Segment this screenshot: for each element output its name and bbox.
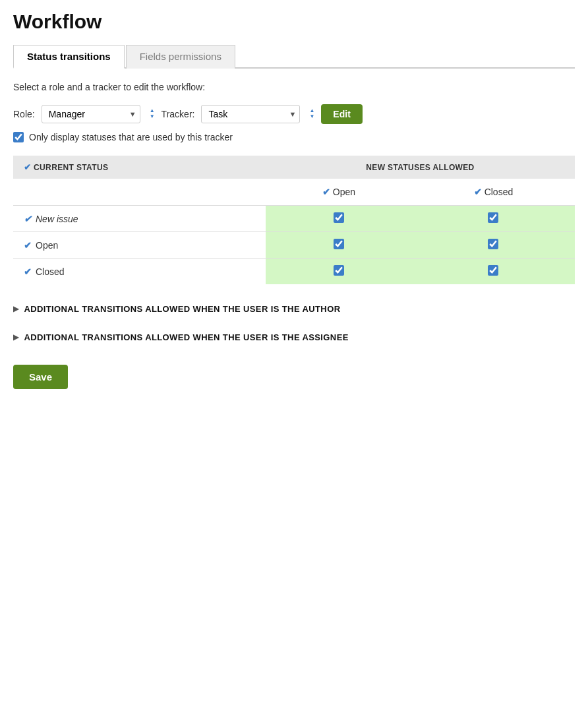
new-issue-status-icon: ✔	[24, 214, 32, 224]
current-status-empty-cell	[13, 179, 266, 206]
new-issue-closed-cell	[412, 206, 575, 232]
tracker-filter-row: Only display statuses that are used by t…	[13, 132, 575, 142]
closed-open-checkbox[interactable]	[334, 265, 344, 276]
role-select[interactable]: Manager Developer Reporter	[42, 105, 140, 123]
new-issue-open-cell	[266, 206, 412, 232]
new-issue-closed-checkbox[interactable]	[488, 212, 498, 223]
tracker-label: Tracker:	[162, 109, 195, 119]
col-header-open: ✔ Open	[266, 179, 412, 206]
table-row: ✔ Closed	[13, 259, 575, 285]
controls-row: Role: Manager Developer Reporter ▼ ▲ ▼ T…	[13, 104, 575, 124]
role-spinner[interactable]: ▲ ▼	[150, 108, 155, 120]
col-open-label: Open	[333, 187, 355, 197]
author-transitions-header[interactable]: ▶ ADDITIONAL TRANSITIONS ALLOWED WHEN TH…	[13, 297, 575, 321]
tracker-filter-checkbox[interactable]	[13, 132, 24, 142]
new-issue-open-checkbox[interactable]	[334, 212, 344, 223]
open-open-cell	[266, 232, 412, 259]
assignee-transitions-header[interactable]: ▶ ADDITIONAL TRANSITIONS ALLOWED WHEN TH…	[13, 326, 575, 349]
tab-fields-permissions[interactable]: Fields permissions	[126, 45, 235, 69]
open-open-checkbox[interactable]	[334, 239, 344, 249]
tabs-container: Status transitions Fields permissions	[13, 44, 575, 69]
assignee-transitions-label: ADDITIONAL TRANSITIONS ALLOWED WHEN THE …	[24, 332, 348, 342]
status-cell-new-issue: ✔ New issue	[13, 206, 266, 232]
description-text: Select a role and a tracker to edit the …	[13, 82, 575, 92]
role-label: Role:	[13, 109, 35, 119]
page-title: Workflow	[13, 11, 575, 33]
open-closed-cell	[412, 232, 575, 259]
table-header-row: ✔ CURRENT STATUS NEW STATUSES ALLOWED	[13, 156, 575, 179]
assignee-transitions-arrow-icon: ▶	[13, 333, 18, 342]
tracker-select-wrapper: Task Bug Feature ▼	[201, 105, 300, 123]
author-transitions-label: ADDITIONAL TRANSITIONS ALLOWED WHEN THE …	[24, 304, 340, 314]
check-icon-header: ✔	[24, 162, 31, 172]
new-statuses-header: NEW STATUSES ALLOWED	[266, 156, 575, 179]
open-closed-checkbox[interactable]	[488, 239, 498, 249]
table-row: ✔ New issue	[13, 206, 575, 232]
author-transitions-section: ▶ ADDITIONAL TRANSITIONS ALLOWED WHEN TH…	[13, 297, 575, 321]
assignee-transitions-section: ▶ ADDITIONAL TRANSITIONS ALLOWED WHEN TH…	[13, 326, 575, 349]
col-header-closed: ✔ Closed	[412, 179, 575, 206]
closed-status-icon: ✔	[24, 266, 32, 277]
column-header-row: ✔ Open ✔ Closed	[13, 179, 575, 206]
status-cell-open: ✔ Open	[13, 232, 266, 259]
open-status-icon: ✔	[24, 240, 32, 251]
tab-status-transitions[interactable]: Status transitions	[13, 45, 125, 69]
edit-button[interactable]: Edit	[321, 104, 362, 124]
author-transitions-arrow-icon: ▶	[13, 305, 18, 313]
col-closed-label: Closed	[485, 187, 514, 197]
save-button[interactable]: Save	[13, 365, 68, 389]
closed-closed-checkbox[interactable]	[488, 265, 498, 276]
closed-label: Closed	[36, 266, 65, 277]
workflow-table: ✔ CURRENT STATUS NEW STATUSES ALLOWED ✔ …	[13, 156, 575, 284]
status-cell-closed: ✔ Closed	[13, 259, 266, 285]
role-select-wrapper: Manager Developer Reporter ▼	[42, 105, 140, 123]
closed-open-cell	[266, 259, 412, 285]
open-label: Open	[36, 240, 58, 251]
tracker-select[interactable]: Task Bug Feature	[201, 105, 300, 123]
tracker-filter-label: Only display statuses that are used by t…	[29, 132, 233, 142]
new-issue-label: New issue	[36, 214, 78, 224]
tracker-spinner[interactable]: ▲ ▼	[309, 108, 314, 120]
open-check-icon: ✔	[322, 187, 330, 197]
current-status-header: ✔ CURRENT STATUS	[13, 156, 266, 179]
closed-closed-cell	[412, 259, 575, 285]
table-row: ✔ Open	[13, 232, 575, 259]
closed-check-icon: ✔	[474, 187, 482, 197]
